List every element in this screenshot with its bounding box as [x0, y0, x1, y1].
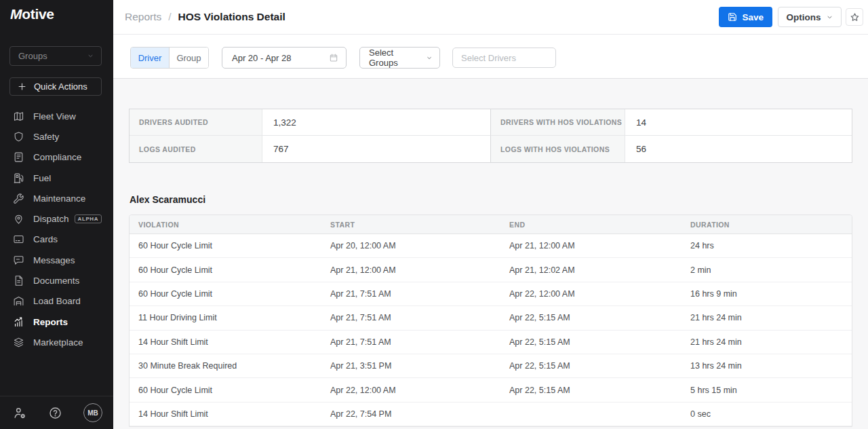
plus-icon: [17, 81, 27, 92]
violation-cell: 14 Hour Shift Limit: [130, 337, 321, 347]
driver-name-heading: Alex Scaramucci: [130, 194, 205, 205]
calendar-icon: [329, 53, 338, 62]
report-content: DRIVERS AUDITED1,322DRIVERS WITH HOS VIO…: [113, 79, 868, 429]
help-icon[interactable]: [48, 406, 62, 420]
nav-item-label: Safety: [33, 132, 59, 142]
app-window: Motive Groups Quick Actions Fleet ViewSa…: [0, 0, 868, 429]
save-button-label: Save: [742, 12, 764, 22]
violation-cell: Apr 21, 7:51 AM: [321, 337, 500, 347]
violation-cell: 5 hrs 15 min: [682, 386, 852, 395]
driver-group-toggle: Driver Group: [130, 47, 209, 69]
quick-actions-label: Quick Actions: [34, 81, 87, 92]
page-title: HOS Violations Detail: [178, 11, 285, 23]
violations-header: VIOLATIONSTARTENDDURATION: [130, 215, 852, 234]
sidebar-item-fuel[interactable]: Fuel: [0, 168, 113, 188]
violation-cell: Apr 21, 7:51 AM: [321, 313, 500, 322]
toggle-driver[interactable]: Driver: [131, 48, 170, 68]
column-header-duration: DURATION: [682, 221, 852, 229]
violation-cell: 24 hrs: [682, 241, 852, 250]
summary-value: 56: [625, 136, 852, 162]
filter-bar: Driver Group Apr 20 - Apr 28 Select Grou…: [113, 35, 868, 79]
violation-cell: 60 Hour Cycle Limit: [130, 241, 321, 250]
date-range-picker[interactable]: Apr 20 - Apr 28: [222, 47, 347, 69]
alpha-badge: ALPHA: [75, 214, 102, 223]
sidebar-item-maintenance[interactable]: Maintenance: [0, 188, 113, 208]
sidebar-item-cards[interactable]: Cards: [0, 229, 113, 250]
logo-m: M: [10, 6, 22, 22]
nav-item-label: Marketplace: [33, 337, 83, 348]
save-floppy-icon: [728, 12, 737, 22]
chevron-down-icon: [87, 52, 94, 60]
sidebar-item-fleet-view[interactable]: Fleet View: [0, 106, 113, 126]
credit-card-icon: [13, 234, 24, 245]
fuel-pump-icon: [13, 172, 24, 184]
summary-label: DRIVERS WITH HOS VIOLATIONS: [491, 109, 625, 136]
breadcrumb-reports-link[interactable]: Reports: [125, 11, 161, 23]
sidebar-item-load-board[interactable]: Load Board: [0, 291, 113, 312]
sidebar: Motive Groups Quick Actions Fleet ViewSa…: [0, 0, 113, 429]
sidebar-item-dispatch[interactable]: DispatchALPHA: [0, 208, 113, 229]
chevron-down-icon: [426, 54, 433, 62]
violation-row[interactable]: 60 Hour Cycle LimitApr 20, 12:00 AMApr 2…: [130, 234, 852, 258]
violation-row[interactable]: 14 Hour Shift LimitApr 21, 7:51 AMApr 22…: [130, 331, 852, 354]
violation-row[interactable]: 30 Minute Break RequiredApr 21, 3:51 PMA…: [130, 354, 852, 378]
top-bar: Reports / HOS Violations Detail Save Opt…: [113, 0, 868, 35]
nav-item-label: Reports: [33, 317, 68, 327]
violation-cell: 60 Hour Cycle Limit: [130, 289, 321, 299]
main-area: Reports / HOS Violations Detail Save Opt…: [113, 0, 868, 429]
violation-row[interactable]: 11 Hour Driving LimitApr 21, 7:51 AMApr …: [130, 306, 852, 330]
save-button[interactable]: Save: [719, 7, 772, 27]
violation-cell: 21 hrs 24 min: [682, 313, 852, 322]
motive-logo: Motive: [10, 6, 54, 22]
select-drivers-input[interactable]: [452, 48, 556, 68]
summary-label: LOGS WITH HOS VIOLATIONS: [491, 136, 625, 162]
chat-bubble-icon: [13, 255, 24, 266]
column-header-violation: VIOLATION: [130, 221, 321, 229]
nav-item-label: Messages: [33, 255, 75, 265]
quick-actions-button[interactable]: Quick Actions: [9, 77, 102, 96]
sidebar-item-compliance[interactable]: Compliance: [0, 147, 113, 168]
violation-cell: 60 Hour Cycle Limit: [130, 386, 321, 395]
select-groups-label: Select Groups: [369, 48, 420, 68]
violation-cell: Apr 22, 5:15 AM: [500, 386, 682, 395]
options-button[interactable]: Options: [778, 7, 842, 27]
groups-select[interactable]: Groups: [9, 46, 102, 66]
violations-table: VIOLATIONSTARTENDDURATION 60 Hour Cycle …: [129, 214, 852, 427]
nav-item-label: Maintenance: [33, 193, 85, 204]
sidebar-item-safety[interactable]: Safety: [0, 126, 113, 147]
summary-table: DRIVERS AUDITED1,322DRIVERS WITH HOS VIO…: [129, 109, 852, 163]
nav-item-label: Load Board: [33, 296, 81, 306]
violation-row[interactable]: 60 Hour Cycle LimitApr 21, 7:51 AMApr 22…: [130, 282, 852, 306]
column-header-end: END: [500, 221, 682, 229]
toggle-group[interactable]: Group: [170, 48, 208, 68]
violation-cell: Apr 21, 3:51 PM: [321, 361, 500, 371]
chevron-down-icon: [826, 14, 833, 21]
groups-select-label: Groups: [18, 51, 47, 61]
summary-value: 1,322: [262, 109, 491, 136]
sidebar-item-documents[interactable]: Documents: [0, 270, 113, 291]
breadcrumb-separator: /: [168, 11, 171, 23]
violation-cell: 2 min: [682, 265, 852, 275]
logo-rest: otive: [22, 6, 54, 22]
violation-cell: Apr 22, 5:15 AM: [500, 337, 682, 347]
violation-row[interactable]: 14 Hour Shift LimitApr 22, 7:54 PM0 sec: [130, 403, 852, 426]
sidebar-item-messages[interactable]: Messages: [0, 250, 113, 270]
violation-row[interactable]: 60 Hour Cycle LimitApr 21, 12:00 AMApr 2…: [130, 258, 852, 282]
admin-user-icon[interactable]: [13, 406, 27, 420]
nav-item-label: Fuel: [33, 173, 51, 183]
select-groups-dropdown[interactable]: Select Groups: [359, 47, 440, 69]
user-avatar[interactable]: MB: [83, 403, 102, 422]
journal-icon: [13, 151, 24, 163]
warehouse-icon: [13, 295, 24, 307]
document-icon: [13, 275, 24, 286]
summary-label: LOGS AUDITED: [130, 136, 262, 162]
violation-cell: Apr 22, 7:54 PM: [321, 409, 500, 419]
layers-icon: [13, 337, 24, 348]
breadcrumb: Reports / HOS Violations Detail: [125, 0, 285, 34]
sidebar-item-marketplace[interactable]: Marketplace: [0, 332, 113, 352]
summary-value: 767: [262, 136, 491, 162]
favorite-button[interactable]: [846, 8, 863, 26]
sidebar-item-reports[interactable]: Reports: [0, 312, 113, 332]
violation-cell: Apr 21, 12:02 AM: [500, 265, 682, 275]
violation-row[interactable]: 60 Hour Cycle LimitApr 22, 12:00 AMApr 2…: [130, 378, 852, 402]
